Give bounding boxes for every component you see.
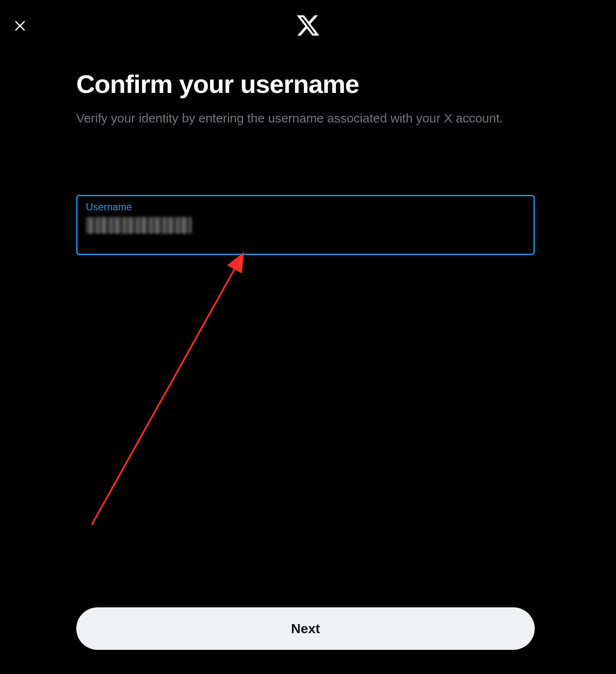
username-input[interactable] <box>86 215 525 235</box>
close-icon <box>14 20 26 32</box>
close-button[interactable] <box>12 17 28 34</box>
x-logo <box>294 12 322 39</box>
username-label: Username <box>86 201 525 213</box>
annotation-arrow <box>83 250 275 533</box>
redacted-username-value <box>86 217 192 234</box>
username-field-wrapper[interactable]: Username <box>76 195 535 255</box>
content-container: Confirm your username Verify your identi… <box>76 70 535 127</box>
page-title: Confirm your username <box>76 70 535 98</box>
page-subtext: Verify your identity by entering the use… <box>76 110 518 127</box>
next-button[interactable]: Next <box>76 607 535 650</box>
svg-line-3 <box>92 256 242 525</box>
x-logo-icon <box>295 13 321 38</box>
